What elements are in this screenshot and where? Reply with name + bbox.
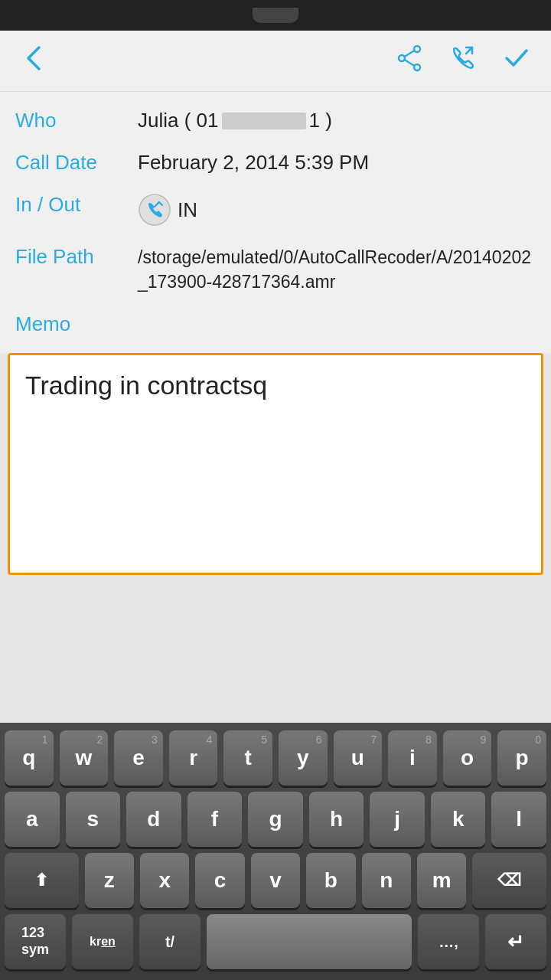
lang-switch-key[interactable]: KrEn: [72, 914, 133, 969]
key-f[interactable]: f: [187, 792, 243, 847]
key-i[interactable]: i8: [388, 730, 437, 786]
keyboard-row-4: 123Sym KrEn T/ …, ↵: [5, 914, 546, 969]
backspace-key[interactable]: ⌫: [472, 853, 546, 908]
in-out-text: IN: [178, 198, 197, 222]
key-s[interactable]: s: [66, 792, 121, 847]
key-l[interactable]: l: [491, 792, 546, 847]
key-d[interactable]: d: [126, 792, 181, 847]
svg-point-2: [414, 64, 420, 70]
key-p[interactable]: p0: [497, 730, 546, 786]
file-path-value: /storage/emulated/0/AutoCallRecoder/A/20…: [138, 245, 536, 294]
key-j[interactable]: j: [370, 792, 425, 847]
in-out-value: IN: [138, 193, 536, 227]
key-g[interactable]: g: [248, 792, 303, 847]
key-b[interactable]: b: [306, 853, 355, 908]
file-path-label: File Path: [15, 245, 138, 269]
spacebar-key[interactable]: [207, 914, 412, 969]
key-m[interactable]: m: [417, 853, 466, 908]
enter-key[interactable]: ↵: [485, 914, 546, 969]
memo-textarea[interactable]: Trading in contractsq: [8, 353, 543, 575]
call-date-row: Call Date February 2, 2014 5:39 PM: [0, 142, 551, 184]
who-value: Julia ( 01 1 ): [138, 109, 536, 132]
svg-line-4: [405, 60, 415, 66]
handwriting-key[interactable]: T/: [139, 914, 201, 969]
key-u[interactable]: u7: [334, 730, 383, 786]
key-x[interactable]: x: [140, 853, 189, 908]
keyboard-row-2: a s d f g h j k l: [5, 792, 546, 847]
keyboard-row-3: ⬆ z x c v b n m ⌫: [5, 853, 546, 908]
in-call-icon: [138, 193, 171, 227]
key-y[interactable]: y6: [279, 730, 328, 786]
key-z[interactable]: z: [85, 853, 134, 908]
sym-key[interactable]: 123Sym: [5, 914, 66, 969]
key-v[interactable]: v: [251, 853, 300, 908]
key-o[interactable]: o9: [443, 730, 492, 786]
back-button[interactable]: [15, 44, 54, 78]
phone-redacted: [222, 113, 306, 129]
key-r[interactable]: r4: [169, 730, 218, 786]
share-button[interactable]: [390, 44, 429, 78]
status-bar: [0, 0, 551, 31]
key-q[interactable]: q1: [5, 730, 54, 786]
shift-key[interactable]: ⬆: [5, 853, 79, 908]
file-path-row: File Path /storage/emulated/0/AutoCallRe…: [0, 236, 551, 303]
svg-point-1: [399, 55, 405, 61]
memo-label-row: Memo: [0, 303, 551, 345]
who-row: Who Julia ( 01 1 ): [0, 100, 551, 142]
in-out-label: In / Out: [15, 193, 138, 217]
call-date-value: February 2, 2014 5:39 PM: [138, 151, 536, 175]
key-k[interactable]: k: [431, 792, 486, 847]
memo-label: Memo: [15, 312, 70, 335]
key-e[interactable]: e3: [114, 730, 163, 786]
punctuation-key[interactable]: …,: [418, 914, 479, 969]
call-forward-button[interactable]: [444, 44, 482, 78]
notch: [253, 8, 298, 23]
key-t[interactable]: t5: [223, 730, 272, 786]
action-bar: [0, 31, 551, 92]
in-out-row: In / Out IN: [0, 184, 551, 236]
memo-text: Trading in contractsq: [25, 371, 267, 400]
svg-line-3: [405, 51, 415, 57]
key-c[interactable]: c: [195, 853, 244, 908]
keyboard-row-1: q1 w2 e3 r4 t5 y6 u7 i8 o9 p0: [5, 730, 546, 786]
who-label: Who: [15, 109, 138, 132]
svg-point-0: [414, 46, 420, 52]
call-date-label: Call Date: [15, 151, 138, 175]
svg-point-6: [139, 194, 170, 225]
key-h[interactable]: h: [309, 792, 364, 847]
info-section: Who Julia ( 01 1 ) Call Date February 2,…: [0, 92, 551, 353]
key-a[interactable]: a: [5, 792, 60, 847]
action-bar-right: [390, 44, 536, 78]
keyboard: q1 w2 e3 r4 t5 y6 u7 i8 o9 p0 a s d f g …: [0, 723, 551, 980]
confirm-button[interactable]: [497, 44, 536, 78]
key-w[interactable]: w2: [60, 730, 109, 786]
key-n[interactable]: n: [362, 853, 411, 908]
